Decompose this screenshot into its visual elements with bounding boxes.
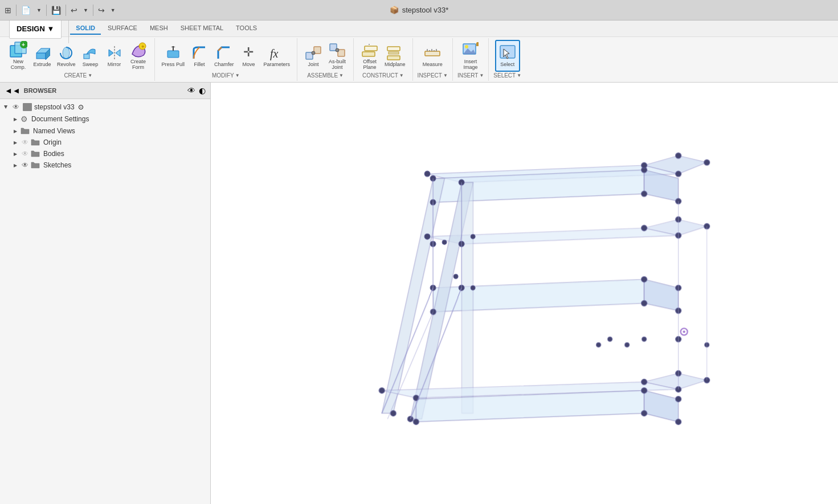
extrude-label: Extrude — [33, 62, 51, 68]
doc-settings-expand-arrow[interactable]: ▶ — [11, 115, 19, 123]
insert-dropdown-icon[interactable]: ▼ — [479, 73, 484, 78]
named-views-expand-arrow[interactable]: ▶ — [11, 127, 19, 135]
tree-item-origin[interactable]: ▶ 👁 Origin — [9, 137, 210, 148]
browser-header: ◄◄ BROWSER 👁 ◐ — [0, 83, 210, 99]
svg-point-102 — [683, 331, 685, 333]
svg-point-81 — [641, 301, 647, 306]
mirror-button[interactable]: Mirror — [103, 41, 126, 71]
tab-solid[interactable]: SOLID — [70, 22, 101, 35]
redo-dropdown-button[interactable]: ▼ — [108, 6, 118, 14]
bodies-expand-arrow[interactable]: ▶ — [11, 150, 19, 158]
sketches-eye-icon[interactable]: 👁 — [21, 161, 30, 169]
parameters-button[interactable]: fx Parameters — [261, 41, 293, 71]
assemble-buttons: Joint As-builtJoint — [302, 39, 349, 72]
fillet-label: Fillet — [194, 62, 205, 68]
svg-point-84 — [442, 240, 447, 244]
svg-point-66 — [424, 171, 430, 177]
svg-point-73 — [641, 225, 647, 231]
undo-button[interactable]: ↩ — [68, 5, 80, 16]
save-button[interactable]: 💾 — [49, 5, 63, 16]
measure-button[interactable]: Measure — [420, 40, 445, 72]
new-component-button[interactable]: + NewComp. — [7, 40, 30, 72]
inspect-dropdown-icon[interactable]: ▼ — [443, 73, 448, 78]
grid-icon[interactable]: ⊞ — [2, 5, 14, 16]
new-component-label: NewComp. — [11, 59, 26, 71]
move-button[interactable]: ✛ Move — [238, 41, 260, 71]
select-icon — [498, 44, 517, 62]
browser-back-icon[interactable]: ◄◄ — [5, 86, 21, 95]
fillet-button[interactable]: Fillet — [188, 41, 211, 71]
measure-label: Measure — [423, 62, 443, 68]
tab-tools[interactable]: TOOLS — [230, 22, 263, 35]
document-title: 📦 stepstool v33* — [390, 6, 449, 14]
modify-dropdown-icon[interactable]: ▼ — [235, 73, 240, 78]
root-color-swatch — [23, 103, 32, 111]
modify-group-label: MODIFY ▼ — [212, 72, 240, 80]
select-button[interactable]: Select — [495, 40, 520, 72]
sweep-button[interactable]: Sweep — [79, 41, 102, 71]
as-built-joint-label: As-builtJoint — [329, 59, 346, 71]
titlebar: ⊞ 📄 ▼ 💾 ↩ ▼ ↪ ▼ 📦 stepstool v33* — [0, 0, 838, 21]
redo-button[interactable]: ↪ — [96, 5, 107, 16]
dropdown-new-button[interactable]: ▼ — [34, 6, 44, 14]
tree-children: ▶ ⚙ Document Settings ▶ Named Views ▶ 👁 — [0, 113, 210, 171]
named-views-folder-icon — [21, 127, 30, 135]
offset-plane-button[interactable]: OffsetPlane — [358, 40, 381, 72]
chamfer-button[interactable]: Chamfer — [212, 41, 236, 71]
tree-item-bodies[interactable]: ▶ 👁 Bodies — [9, 148, 210, 159]
joint-button[interactable]: Joint — [302, 40, 325, 72]
svg-point-91 — [390, 411, 396, 416]
construct-dropdown-icon[interactable]: ▼ — [399, 73, 404, 78]
browser-collapse-icon[interactable]: ◐ — [199, 86, 206, 95]
revolve-label: Revolve — [57, 62, 76, 68]
new-file-button[interactable]: 📄 — [19, 5, 33, 16]
root-eye-icon[interactable]: 👁 — [11, 103, 21, 111]
extrude-button[interactable]: Extrude — [31, 41, 54, 71]
main-area: ◄◄ BROWSER 👁 ◐ ▶ 👁 stepstool v33 ⊙ ▶ ⚙ D… — [0, 83, 838, 504]
bodies-eye-icon[interactable]: 👁 — [21, 150, 30, 158]
midplane-label: Midplane — [385, 62, 406, 68]
chamfer-label: Chamfer — [214, 62, 234, 68]
svg-point-114 — [625, 343, 629, 347]
svg-marker-11 — [116, 50, 120, 56]
create-dropdown-icon[interactable]: ▼ — [88, 73, 92, 78]
move-label: Move — [243, 62, 255, 68]
sketches-expand-arrow[interactable]: ▶ — [11, 161, 19, 169]
select-dropdown-icon[interactable]: ▼ — [517, 73, 521, 78]
midplane-button[interactable]: Midplane — [382, 40, 408, 72]
tree-item-named-views[interactable]: ▶ Named Views — [9, 125, 210, 137]
tab-sheet-metal[interactable]: SHEET METAL — [175, 22, 229, 35]
svg-point-100 — [676, 419, 681, 425]
press-pull-button[interactable]: Press Pull — [160, 41, 187, 71]
origin-eye-icon[interactable]: 👁 — [21, 138, 30, 146]
svg-point-93 — [641, 379, 647, 385]
origin-expand-arrow[interactable]: ▶ — [11, 138, 19, 146]
assemble-dropdown-icon[interactable]: ▼ — [339, 73, 344, 78]
svg-rect-4 — [36, 53, 46, 59]
select-buttons: Select — [495, 39, 520, 72]
modify-group: Press Pull Fillet — [155, 38, 298, 81]
tab-surface[interactable]: SURFACE — [102, 22, 143, 35]
svg-text:+: + — [22, 42, 25, 48]
as-built-joint-button[interactable]: As-builtJoint — [326, 40, 349, 72]
joint-icon — [304, 44, 322, 62]
root-expand-arrow[interactable]: ▶ — [2, 103, 10, 111]
tree-item-document-settings[interactable]: ▶ ⚙ Document Settings — [9, 113, 210, 125]
root-target-icon[interactable]: ⊙ — [78, 103, 84, 111]
fillet-icon — [190, 44, 209, 62]
tab-mesh[interactable]: MESH — [144, 22, 174, 35]
design-mode-button[interactable]: DESIGN ▼ — [9, 18, 62, 39]
svg-text:✦: ✦ — [141, 44, 145, 50]
insert-image-button[interactable]: InsertImage — [459, 40, 482, 72]
revolve-button[interactable]: Revolve — [55, 41, 78, 71]
viewport[interactable] — [211, 83, 838, 504]
create-form-button[interactable]: ✦ CreateForm — [127, 40, 150, 72]
svg-point-65 — [704, 159, 710, 165]
sweep-icon — [81, 44, 100, 62]
browser-eye-icon[interactable]: 👁 — [187, 86, 195, 95]
tree-item-sketches[interactable]: ▶ 👁 Sketches — [9, 159, 210, 171]
svg-point-63 — [676, 153, 681, 158]
inspect-group: Measure INSPECT ▼ — [413, 38, 453, 81]
undo-dropdown-button[interactable]: ▼ — [81, 6, 91, 14]
tree-root-item[interactable]: ▶ 👁 stepstool v33 ⊙ — [0, 101, 210, 113]
